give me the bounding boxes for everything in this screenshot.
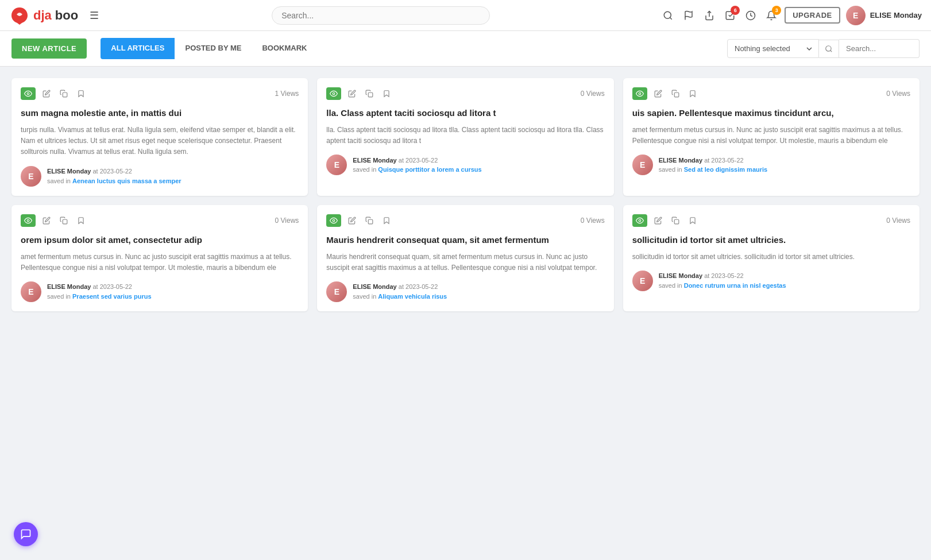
svg-point-9 <box>639 92 641 95</box>
bookmark-icon-btn[interactable] <box>380 88 393 99</box>
new-article-button[interactable]: NEW ARTICLE <box>11 38 87 59</box>
article-card: 0 Views Mauris hendrerit consequat quam,… <box>317 205 613 311</box>
nav-icons: 6 3 UPGRADE E ELISE Monday <box>660 6 922 25</box>
copy-icon-btn[interactable] <box>669 215 682 226</box>
article-date: at 2023-05-22 <box>704 272 744 279</box>
copy-icon-btn[interactable] <box>57 88 70 99</box>
article-meta: E ELISE Monday at 2023-05-22 saved in Do… <box>632 271 910 291</box>
article-date: at 2023-05-22 <box>704 157 744 164</box>
svg-rect-12 <box>63 219 67 224</box>
svg-point-0 <box>664 11 671 18</box>
chat-float-button[interactable] <box>14 522 38 546</box>
bell-badge: 3 <box>772 6 781 15</box>
copy-icon-btn[interactable] <box>363 215 376 226</box>
card-header: 0 Views <box>21 214 299 227</box>
card-header: 0 Views <box>326 214 604 227</box>
article-title: sum magna molestie ante, in mattis dui <box>21 107 299 119</box>
edit-icon-btn[interactable] <box>40 88 53 99</box>
card-header: 0 Views <box>632 87 910 100</box>
author-name: ELISE Monday <box>659 272 702 279</box>
article-excerpt: Mauris hendrerit consequat quam, sit ame… <box>326 252 604 273</box>
author-avatar: E <box>632 155 653 175</box>
meta-text: ELISE Monday at 2023-05-22 saved in Aene… <box>47 167 181 186</box>
bookmark-icon-btn[interactable] <box>686 215 699 226</box>
bell-icon-btn[interactable]: 3 <box>764 8 779 23</box>
flag-icon-btn[interactable] <box>681 8 696 23</box>
author-name: ELISE Monday <box>353 283 396 290</box>
edit-icon-btn[interactable] <box>346 88 358 99</box>
views-count: 0 Views <box>581 217 605 225</box>
card-header: 1 Views <box>21 87 299 100</box>
article-meta: E ELISE Monday at 2023-05-22 saved in Se… <box>632 155 910 175</box>
view-icon-btn[interactable] <box>632 214 647 227</box>
saved-category-link[interactable]: Aenean luctus quis massa a semper <box>72 177 181 184</box>
tab-group: ALL ARTICLES POSTED BY ME BOOKMARK <box>101 38 317 59</box>
view-icon-btn[interactable] <box>21 87 36 100</box>
saved-category-link[interactable]: Quisque porttitor a lorem a cursus <box>378 166 481 173</box>
article-excerpt: lla. Class aptent taciti sociosqu ad lit… <box>326 125 604 146</box>
hamburger-menu[interactable]: ☰ <box>87 7 101 24</box>
view-icon-btn[interactable] <box>21 214 36 227</box>
filter-search-input[interactable] <box>839 39 920 58</box>
copy-icon-btn[interactable] <box>363 88 376 99</box>
article-meta: E ELISE Monday at 2023-05-22 saved in Al… <box>326 281 604 302</box>
copy-icon-btn[interactable] <box>57 215 70 226</box>
edit-icon-btn[interactable] <box>40 215 53 226</box>
saved-category-link[interactable]: Sed at leo dignissim mauris <box>684 166 768 173</box>
svg-rect-16 <box>674 219 679 224</box>
author-name: ELISE Monday <box>47 283 91 290</box>
article-title: orem ipsum dolor sit amet, consectetur a… <box>21 234 299 246</box>
meta-text: ELISE Monday at 2023-05-22 saved in Done… <box>659 271 786 290</box>
tab-all-articles[interactable]: ALL ARTICLES <box>101 38 175 59</box>
svg-rect-10 <box>674 92 679 97</box>
bookmark-icon-btn[interactable] <box>75 88 87 99</box>
bookmark-icon-btn[interactable] <box>380 215 393 226</box>
views-count: 0 Views <box>886 90 910 98</box>
article-card: 0 Views lla. Class aptent taciti sociosq… <box>317 78 613 196</box>
article-card: 1 Views sum magna molestie ante, in matt… <box>11 78 308 196</box>
global-search-input[interactable] <box>272 6 490 25</box>
meta-text: ELISE Monday at 2023-05-22 saved in Prae… <box>47 282 152 301</box>
author-name: ELISE Monday <box>47 168 91 175</box>
views-count: 1 Views <box>275 90 299 98</box>
tasks-icon-btn[interactable]: 6 <box>723 8 737 23</box>
author-avatar: E <box>21 166 41 187</box>
edit-icon-btn[interactable] <box>652 88 665 99</box>
copy-icon-btn[interactable] <box>669 88 682 99</box>
card-header: 0 Views <box>326 87 604 100</box>
saved-category-link[interactable]: Aliquam vehicula risus <box>378 293 447 300</box>
view-icon-btn[interactable] <box>326 87 341 100</box>
upgrade-button[interactable]: UPGRADE <box>785 7 840 24</box>
svg-point-5 <box>27 92 29 95</box>
tab-bookmark[interactable]: BOOKMARK <box>252 38 317 59</box>
bookmark-icon-btn[interactable] <box>686 88 699 99</box>
global-search-area <box>108 6 654 25</box>
svg-point-13 <box>333 219 335 222</box>
bookmark-icon-btn[interactable] <box>75 215 87 226</box>
article-excerpt: amet fermentum metus cursus in. Nunc ac … <box>632 125 910 146</box>
user-menu[interactable]: E ELISE Monday <box>846 6 922 25</box>
card-actions <box>21 87 87 100</box>
clock-icon-btn[interactable] <box>743 8 758 23</box>
search-icon-btn[interactable] <box>660 8 675 23</box>
saved-category-link[interactable]: Praesent sed varius purus <box>72 293 152 300</box>
view-icon-btn[interactable] <box>326 214 341 227</box>
saved-category-link[interactable]: Donec rutrum urna in nisl egestas <box>684 282 786 289</box>
edit-icon-btn[interactable] <box>346 215 358 226</box>
filter-select[interactable]: Nothing selected <box>727 39 819 58</box>
article-date: at 2023-05-22 <box>92 168 132 175</box>
views-count: 0 Views <box>581 90 605 98</box>
card-actions <box>632 87 699 100</box>
article-title: Mauris hendrerit consequat quam, sit ame… <box>326 234 604 246</box>
meta-text: ELISE Monday at 2023-05-22 saved in Quis… <box>353 156 481 175</box>
filter-search-icon[interactable] <box>819 40 839 58</box>
edit-icon-btn[interactable] <box>652 215 665 226</box>
share-icon-btn[interactable] <box>702 8 717 23</box>
view-icon-btn[interactable] <box>632 87 647 100</box>
article-card: 0 Views sollicitudin id tortor sit amet … <box>623 205 920 311</box>
tasks-badge: 6 <box>731 6 740 15</box>
svg-rect-14 <box>369 219 373 224</box>
logo[interactable]: djaboo <box>9 5 78 26</box>
tab-posted-by-me[interactable]: POSTED BY ME <box>175 38 252 59</box>
articles-grid: 1 Views sum magna molestie ante, in matt… <box>0 67 931 323</box>
